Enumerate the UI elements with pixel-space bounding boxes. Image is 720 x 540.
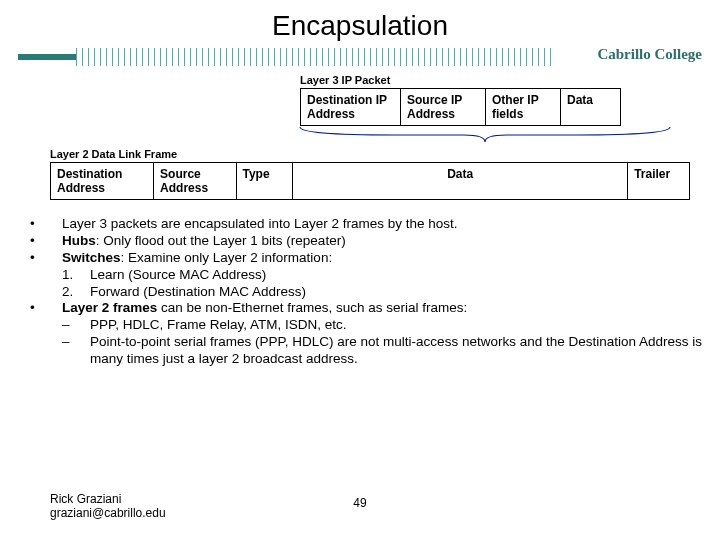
sub-bullet-text: PPP, HDLC, Frame Relay, ATM, ISDN, etc.	[90, 317, 347, 334]
layer2-cell: Type	[236, 163, 293, 200]
author-name: Rick Graziani	[50, 492, 166, 506]
layer2-cell: Destination Address	[51, 163, 154, 200]
bullet-list: •Layer 3 packets are encapsulated into L…	[30, 216, 702, 368]
bullet-text: Layer 3 packets are encapsulated into La…	[62, 216, 457, 233]
layer3-label: Layer 3 IP Packet	[300, 74, 670, 86]
sub-bullet-text: Point-to-point serial frames (PPP, HDLC)…	[90, 334, 702, 368]
layer2-cell: Source Address	[154, 163, 236, 200]
bullet-text: Hubs: Only flood out the Layer 1 bits (r…	[62, 233, 346, 250]
page-number: 49	[353, 496, 366, 510]
sub-bullet-text: Forward (Destination MAC Address)	[90, 284, 306, 301]
header-divider: Cabrillo College	[18, 46, 702, 68]
bullet-text: Layer 2 frames can be non-Ethernet frame…	[62, 300, 467, 317]
divider-ticks	[76, 48, 552, 66]
bullet-text: Switches: Examine only Layer 2 informati…	[62, 250, 332, 267]
layer3-cell: Other IP fields	[486, 89, 561, 126]
brand-text: Cabrillo College	[597, 46, 702, 63]
layer3-packet-table: Destination IP Address Source IP Address…	[300, 88, 621, 126]
layer3-cell: Source IP Address	[401, 89, 486, 126]
author-email: graziani@cabrillo.edu	[50, 506, 166, 520]
layer2-cell: Data	[293, 163, 628, 200]
layer2-cell: Trailer	[628, 163, 690, 200]
sub-bullet-text: Learn (Source MAC Address)	[90, 267, 266, 284]
layer3-cell: Destination IP Address	[301, 89, 401, 126]
layer2-frame-table: Destination Address Source Address Type …	[50, 162, 690, 200]
divider-bar	[18, 54, 76, 60]
layer3-cell: Data	[561, 89, 621, 126]
layer2-label: Layer 2 Data Link Frame	[50, 148, 708, 160]
bracket-connector	[300, 126, 670, 142]
slide-title: Encapsulation	[0, 0, 720, 46]
footer-author: Rick Graziani graziani@cabrillo.edu	[50, 492, 166, 520]
